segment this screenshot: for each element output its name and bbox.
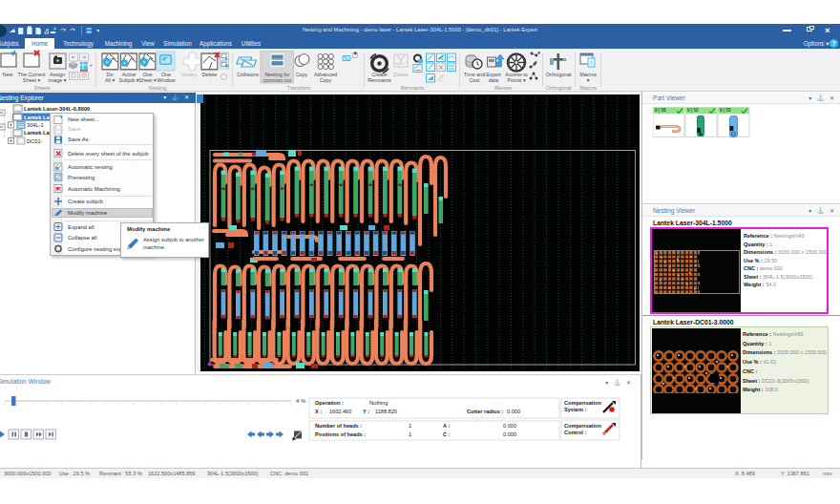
svg-text:1: 1 xyxy=(409,431,411,437)
svg-text:4 %: 4 % xyxy=(296,398,306,404)
svg-text:0.000: 0.000 xyxy=(503,423,516,429)
svg-text:DC01-: DC01- xyxy=(27,138,43,144)
svg-text:0 | 53: 0 | 53 xyxy=(720,108,731,113)
svg-text:0 | 58: 0 | 58 xyxy=(655,108,666,113)
svg-text:C :: C : xyxy=(443,431,451,437)
svg-text:Lst: Lst xyxy=(438,79,443,83)
svg-text:System :: System : xyxy=(564,407,586,412)
svg-text:Lantek Laser-304L-0.8000: Lantek Laser-304L-0.8000 xyxy=(24,106,90,112)
svg-text:1: 1 xyxy=(409,423,411,429)
svg-text:Cutter radius :: Cutter radius : xyxy=(467,409,503,414)
svg-text:0.000: 0.000 xyxy=(507,409,520,414)
svg-text:X :: X : xyxy=(315,409,322,414)
svg-text:Positions of heads :: Positions of heads : xyxy=(315,431,366,437)
svg-text:Compensation: Compensation xyxy=(564,423,601,429)
svg-text:Operation :: Operation : xyxy=(315,400,344,406)
svg-text:1188.820: 1188.820 xyxy=(375,409,397,414)
svg-text:Compensation: Compensation xyxy=(564,400,601,406)
svg-text:Y :: Y : xyxy=(363,409,369,414)
svg-text:A :: A : xyxy=(443,423,450,429)
svg-text:304L-1: 304L-1 xyxy=(27,122,44,128)
svg-text:Number of heads :: Number of heads : xyxy=(315,423,362,429)
svg-text:Control :: Control : xyxy=(564,430,586,435)
svg-text:Lantek Las: Lantek Las xyxy=(24,115,52,120)
svg-text:1602.460: 1602.460 xyxy=(329,409,351,414)
svg-text:Nothing: Nothing xyxy=(369,400,388,406)
svg-text:0.000: 0.000 xyxy=(503,431,516,437)
svg-text:0 | 52: 0 | 52 xyxy=(687,108,699,113)
